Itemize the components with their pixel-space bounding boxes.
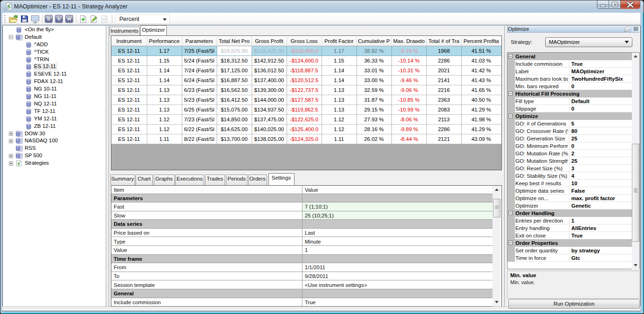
svg-text:$: $ <box>17 161 20 166</box>
